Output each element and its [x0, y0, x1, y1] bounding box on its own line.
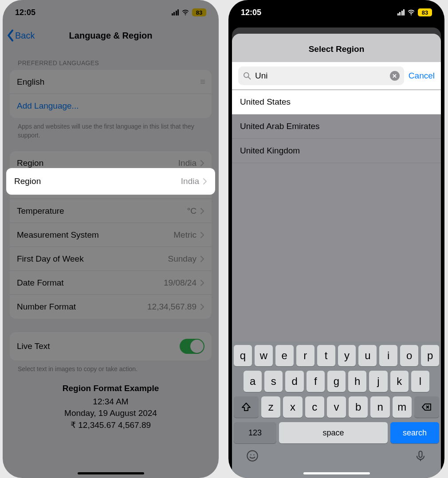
emoji-icon[interactable]: [246, 450, 259, 462]
chevron-left-icon: [6, 29, 14, 42]
svg-point-8: [253, 454, 254, 455]
row-date-format[interactable]: Date Format 19/08/24: [10, 271, 212, 295]
key-k[interactable]: k: [390, 371, 409, 392]
kb-row-2: a s d f g h j k l: [234, 371, 439, 392]
key-f[interactable]: f: [307, 371, 325, 392]
key-i[interactable]: i: [379, 345, 397, 366]
example-time: 12:34 AM: [10, 396, 212, 408]
search-row: Uni ✕ Cancel: [232, 62, 441, 90]
result-item[interactable]: United Kingdom: [232, 139, 441, 163]
key-u[interactable]: u: [358, 345, 377, 366]
screenshot-language-region: 12:05 83 Back Language & Region PREFERRE…: [3, 0, 219, 478]
search-icon: [243, 71, 252, 80]
backspace-icon: [421, 402, 432, 412]
home-indicator[interactable]: [303, 472, 370, 474]
live-text-group: Live Text: [10, 332, 212, 360]
key-backspace[interactable]: [414, 396, 439, 418]
key-j[interactable]: j: [369, 371, 387, 392]
cancel-button[interactable]: Cancel: [409, 71, 435, 81]
svg-point-1: [411, 15, 412, 16]
chevron-right-icon: [200, 303, 204, 310]
kb-row-3: z x c v b n m: [234, 396, 439, 418]
example-title: Region Format Example: [10, 384, 212, 393]
svg-point-7: [250, 454, 251, 455]
key-search[interactable]: search: [390, 422, 439, 443]
svg-line-3: [248, 77, 251, 79]
key-shift[interactable]: [234, 396, 259, 418]
home-indicator[interactable]: [78, 472, 144, 474]
row-temperature[interactable]: Temperature °C: [10, 199, 212, 223]
key-o[interactable]: o: [400, 345, 418, 366]
chevron-right-icon: [200, 279, 204, 286]
result-item[interactable]: United States: [232, 90, 441, 114]
key-q[interactable]: q: [234, 345, 252, 366]
example-date: Monday, 19 August 2024: [10, 407, 212, 419]
preferred-footer: Apps and websites will use the first lan…: [10, 118, 212, 140]
back-button[interactable]: Back: [6, 29, 35, 42]
wifi-icon: [181, 8, 189, 16]
key-x[interactable]: x: [283, 396, 302, 418]
kb-bottom-row: [234, 443, 439, 474]
key-e[interactable]: e: [275, 345, 294, 366]
key-g[interactable]: g: [327, 371, 346, 392]
kb-row-4: 123 space search: [234, 422, 439, 443]
reorder-handle-icon[interactable]: ≡: [200, 77, 204, 87]
svg-rect-9: [419, 451, 422, 458]
nav-bar: Back Language & Region: [3, 23, 219, 48]
sheet-title: Select Region: [232, 34, 441, 62]
status-time: 12:05: [15, 8, 35, 17]
cellular-icon: [172, 9, 179, 16]
section-header-preferred: PREFERRED LANGUAGES: [10, 48, 212, 70]
cellular-icon: [397, 9, 405, 16]
example-numbers: ₹ 12,345.67 4,567.89: [10, 419, 212, 431]
chevron-right-icon: [200, 255, 204, 263]
key-l[interactable]: l: [411, 371, 429, 392]
shift-icon: [241, 402, 252, 412]
add-language-button[interactable]: Add Language...: [10, 94, 212, 118]
key-z[interactable]: z: [261, 396, 280, 418]
key-space[interactable]: space: [279, 422, 388, 443]
key-t[interactable]: t: [317, 345, 335, 366]
highlight-label: Region: [14, 176, 41, 186]
key-n[interactable]: n: [370, 396, 389, 418]
row-number-format[interactable]: Number Format 12,34,567.89: [10, 295, 212, 319]
key-w[interactable]: w: [255, 345, 273, 366]
row-measurement[interactable]: Measurement System Metric: [10, 223, 212, 247]
key-m[interactable]: m: [393, 396, 412, 418]
key-a[interactable]: a: [244, 371, 262, 392]
key-s[interactable]: s: [264, 371, 283, 392]
key-b[interactable]: b: [349, 396, 368, 418]
clear-search-icon[interactable]: ✕: [390, 71, 400, 81]
key-r[interactable]: r: [296, 345, 314, 366]
battery-icon: 83: [418, 8, 432, 16]
result-item[interactable]: United Arab Emirates: [232, 114, 441, 139]
status-bar: 12:05 83: [228, 0, 444, 23]
status-bar: 12:05 83: [3, 0, 219, 23]
key-h[interactable]: h: [348, 371, 366, 392]
key-v[interactable]: v: [327, 396, 346, 418]
mic-icon[interactable]: [414, 450, 427, 462]
chevron-right-icon: [203, 178, 207, 185]
language-row[interactable]: English ≡: [10, 70, 212, 94]
row-first-day[interactable]: First Day of Week Sunday: [10, 247, 212, 271]
key-123[interactable]: 123: [234, 422, 276, 443]
key-c[interactable]: c: [305, 396, 324, 418]
region-format-example: Region Format Example 12:34 AM Monday, 1…: [10, 374, 212, 431]
highlight-row-region[interactable]: Region India: [6, 168, 215, 195]
wifi-icon: [407, 8, 415, 16]
chevron-right-icon: [200, 160, 204, 167]
keyboard[interactable]: q w e r t y u i o p a s d f g h: [232, 341, 441, 478]
chevron-right-icon: [200, 231, 204, 239]
svg-point-6: [247, 451, 257, 461]
battery-icon: 83: [192, 8, 206, 16]
key-p[interactable]: p: [421, 345, 439, 366]
page-title: Language & Region: [69, 31, 153, 41]
search-input[interactable]: Uni ✕: [238, 67, 404, 85]
live-text-toggle[interactable]: [180, 339, 204, 354]
key-y[interactable]: y: [338, 345, 356, 366]
back-label: Back: [15, 31, 35, 41]
key-d[interactable]: d: [285, 371, 303, 392]
add-language-label: Add Language...: [17, 101, 79, 111]
chevron-right-icon: [200, 208, 204, 215]
kb-row-1: q w e r t y u i o p: [234, 345, 439, 366]
